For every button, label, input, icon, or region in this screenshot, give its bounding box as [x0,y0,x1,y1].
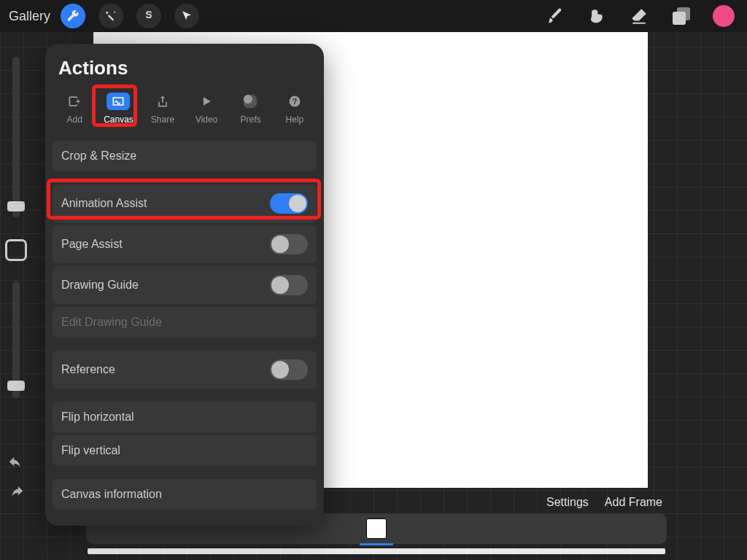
row-label: Animation Assist [61,197,147,210]
current-color-swatch [713,5,735,27]
tab-video[interactable]: Video [185,88,228,129]
popover-title: Actions [45,57,324,88]
share-icon [155,94,170,109]
redo-button[interactable] [8,484,24,503]
toggle-animation-assist[interactable] [270,193,308,214]
row-label: Reference [61,363,115,376]
color-picker[interactable] [709,1,738,31]
brush-opacity-slider[interactable] [12,281,20,398]
row-canvas-information[interactable]: Canvas information [53,479,317,510]
row-label: Flip horizontal [61,411,134,424]
wrench-icon [66,9,80,23]
frame-thumb-1[interactable] [366,518,387,539]
row-crop-resize[interactable]: Crop & Resize [53,141,317,171]
tab-add[interactable]: Add [53,88,96,129]
tab-help[interactable]: ? Help [273,88,317,129]
tab-label: Add [66,114,82,125]
row-animation-assist[interactable]: Animation Assist [53,184,317,222]
row-flip-horizontal[interactable]: Flip horizontal [53,402,317,432]
top-toolbar: Gallery [0,0,747,32]
tab-share[interactable]: Share [141,88,185,129]
row-label: Edit Drawing Guide [61,316,162,329]
actions-popover: Actions Add Canvas Share Video Prefs ? H… [45,44,324,526]
row-label: Crop & Resize [61,149,136,163]
smudge-tool[interactable] [582,1,611,31]
gallery-link[interactable]: Gallery [9,9,50,24]
tab-label: Prefs [240,114,260,125]
animation-settings-button[interactable]: Settings [546,496,589,509]
actions-tabs: Add Canvas Share Video Prefs ? Help [45,88,324,136]
add-icon [67,94,82,109]
selection-s-icon [142,9,155,23]
brush-size-slider[interactable] [12,57,20,217]
row-flip-vertical[interactable]: Flip vertical [53,435,317,466]
actions-button[interactable] [61,4,85,28]
current-frame-indicator [360,543,393,545]
row-label: Flip vertical [61,444,120,457]
help-icon: ? [287,94,302,109]
tab-label: Canvas [104,114,133,125]
add-frame-button[interactable]: Add Frame [605,496,662,509]
brush-tool[interactable] [540,1,569,31]
modify-button[interactable] [5,239,27,261]
tab-label: Help [285,114,303,125]
layers-button[interactable] [667,1,696,31]
eraser-tool[interactable] [624,1,654,31]
tab-label: Video [196,114,217,125]
row-reference[interactable]: Reference [53,351,317,389]
transform-button[interactable] [174,4,199,28]
row-drawing-guide[interactable]: Drawing Guide [53,266,317,304]
row-label: Page Assist [61,238,123,251]
row-label: Drawing Guide [61,279,139,292]
timeline-base [88,548,665,554]
tab-prefs[interactable]: Prefs [228,88,272,129]
smudge-icon [587,7,606,26]
redo-icon [8,484,24,500]
svg-text:?: ? [292,97,297,106]
undo-button[interactable] [8,455,24,474]
adjustments-button[interactable] [98,4,123,28]
canvas-icon [111,94,125,109]
video-play-icon [199,94,214,109]
wand-icon [104,9,117,23]
row-page-assist[interactable]: Page Assist [53,225,317,263]
tab-label: Share [151,114,174,125]
arrow-cursor-icon [180,9,193,23]
toggle-reference[interactable] [270,359,308,380]
left-sidebar [0,44,32,509]
row-label: Canvas information [61,488,162,501]
toggle-page-assist[interactable] [270,234,308,254]
row-edit-drawing-guide: Edit Drawing Guide [53,307,317,338]
brush-icon [545,7,564,26]
toggle-drawing-guide[interactable] [270,275,308,295]
prefs-toggle-icon [243,94,258,109]
selection-button[interactable] [136,4,161,28]
layers-icon [673,7,690,25]
eraser-icon [630,7,649,26]
tab-canvas[interactable]: Canvas [96,88,140,129]
undo-icon [8,455,24,471]
